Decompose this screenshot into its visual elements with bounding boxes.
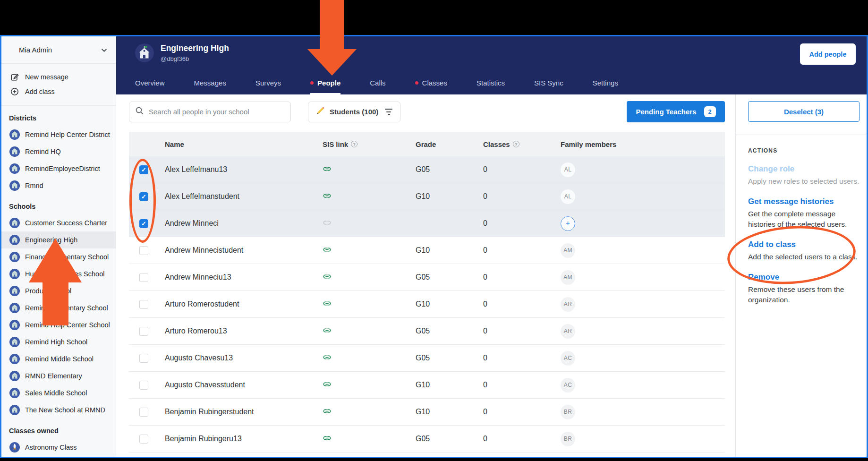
pending-count-badge: 2	[704, 106, 716, 117]
table-row[interactable]: Arturo Romerostudent G10 0 AR	[129, 291, 725, 318]
search-box[interactable]	[129, 102, 291, 122]
school-icon	[9, 320, 20, 330]
table-row[interactable]: Andrew Minneciu13 G05 0 AM	[129, 264, 725, 291]
chevron-down-icon	[101, 46, 107, 54]
sidebar-item-remind-help-center-school[interactable]: Remind Help Center School	[1, 316, 116, 333]
table-row[interactable]: ✓ Andrew Minneci 0 +	[129, 210, 725, 237]
row-checkbox[interactable]	[139, 300, 148, 309]
row-checkbox[interactable]	[139, 327, 148, 336]
panel-action-remove: Remove Remove these users from the organ…	[748, 273, 859, 305]
help-icon[interactable]: ?	[351, 141, 357, 147]
role-filter-label: Students (100)	[330, 108, 378, 116]
add-people-button[interactable]: Add people	[800, 43, 856, 65]
row-checkbox[interactable]	[139, 246, 148, 255]
deselect-button[interactable]: Deselect (3)	[748, 101, 859, 122]
row-checkbox[interactable]	[139, 354, 148, 363]
add-family-member-button[interactable]: +	[561, 216, 575, 231]
app-window: Mia Admin New message Add class District…	[0, 35, 868, 458]
row-checkbox[interactable]	[139, 273, 148, 282]
sidebar-item-finance-elementary-school[interactable]: Finance Elementary School	[1, 248, 116, 265]
family-member-avatar: AC	[561, 351, 575, 366]
table-row[interactable]: Augusto Chavesstudent G10 0 AC	[129, 372, 725, 399]
grade-value: G05	[416, 327, 483, 335]
sidebar-item-remind-elementary-school[interactable]: Remind Elementary School	[1, 299, 116, 316]
tab-people[interactable]: People	[310, 79, 340, 94]
tab-overview[interactable]: Overview	[135, 79, 165, 94]
row-checkbox[interactable]	[139, 381, 148, 390]
row-checkbox[interactable]	[139, 408, 148, 417]
account-switcher[interactable]: Mia Admin	[1, 36, 116, 64]
grade-value: G10	[416, 300, 483, 308]
classes-count: 0	[483, 165, 561, 174]
sidebar-item-sales-middle-school[interactable]: Sales Middle School	[1, 384, 116, 401]
notification-dot	[415, 81, 418, 85]
account-name: Mia Admin	[19, 46, 101, 54]
panel-action-description: Remove these users from the organization…	[748, 284, 859, 305]
help-icon[interactable]: ?	[513, 141, 519, 147]
sidebar-item-remind-high-school[interactable]: Remind High School	[1, 333, 116, 350]
column-header-family-members: Family members	[561, 140, 725, 148]
pencil-icon	[316, 106, 325, 117]
panel-action-link-add-to-class[interactable]: Add to class	[748, 240, 859, 249]
family-member-avatar: AL	[561, 189, 575, 204]
grade-value: G10	[416, 246, 483, 255]
table-row[interactable]: Benjamin Rubingerstudent G10 0 BR	[129, 399, 725, 426]
sidebar-item-remind-hq[interactable]: Remind HQ	[1, 143, 116, 160]
person-name: Arturo Romerou13	[165, 327, 323, 335]
family-member-avatar: AC	[561, 378, 575, 393]
sis-linked-icon	[323, 380, 416, 391]
column-header-classes: Classes?	[483, 140, 561, 148]
table-row[interactable]: Augusto Chavesu13 G05 0 AC	[129, 345, 725, 372]
person-name: Andrew Minneci	[165, 219, 323, 228]
sidebar-action-add-class[interactable]: Add class	[1, 84, 116, 99]
tab-sis-sync[interactable]: SIS Sync	[534, 79, 563, 94]
row-checkbox[interactable]	[139, 435, 148, 444]
tab-classes[interactable]: Classes	[415, 79, 447, 94]
person-name: Augusto Chavesstudent	[165, 381, 323, 389]
row-checkbox[interactable]: ✓	[139, 219, 148, 228]
panel-action-add-to-class: Add to class Add the selected users to a…	[748, 240, 859, 262]
person-name: Andrew Minneciu13	[165, 273, 323, 282]
sidebar-section-title: Classes owned	[1, 423, 116, 439]
sidebar-item-astronomy-class[interactable]: Astronomy Class	[1, 439, 116, 456]
tab-bar: Overview Messages Surveys People Calls C…	[135, 79, 618, 94]
table-row[interactable]: Benjamin Rubingeru13 G05 0 BR	[129, 426, 725, 452]
tab-statistics[interactable]: Statistics	[477, 79, 505, 94]
tab-messages[interactable]: Messages	[194, 79, 226, 94]
school-icon	[9, 269, 20, 279]
panel-action-link-change-role[interactable]: Change role	[748, 164, 859, 174]
classes-count: 0	[483, 219, 561, 228]
role-filter-dropdown[interactable]: Students (100)	[308, 102, 400, 122]
district-icon	[9, 146, 20, 157]
sidebar-item-remind-help-center-district[interactable]: Remind Help Center District	[1, 126, 116, 143]
sidebar-item-product-school[interactable]: Product School	[1, 282, 116, 299]
panel-action-link-remove[interactable]: Remove	[748, 273, 859, 282]
sidebar-item-rmnd-elementary[interactable]: RMND Elementary	[1, 367, 116, 384]
sidebar-item-human-resources-school[interactable]: Human Resources School	[1, 265, 116, 282]
table-row[interactable]: ✓ Alex Leffelmanstudent G10 0 AL	[129, 183, 725, 210]
table-row[interactable]: Arturo Romerou13 G05 0 AR	[129, 318, 725, 345]
actions-title: ACTIONS	[748, 147, 859, 154]
row-checkbox[interactable]: ✓	[139, 192, 148, 201]
tab-calls[interactable]: Calls	[370, 79, 385, 94]
table-row[interactable]: Andrew Minnecistudent G10 0 AM	[129, 237, 725, 264]
sidebar-item-engineering-high[interactable]: Engineering High	[1, 231, 116, 248]
pending-teachers-button[interactable]: Pending Teachers 2	[627, 101, 725, 122]
sidebar-action-new-message[interactable]: New message	[1, 69, 116, 84]
sidebar-item-remind-middle-school[interactable]: Remind Middle School	[1, 350, 116, 367]
table-row[interactable]: ✓ Alex Leffelmanu13 G05 0 AL	[129, 156, 725, 183]
sidebar-item-customer-success-charter[interactable]: Customer Success Charter	[1, 214, 116, 231]
tab-settings[interactable]: Settings	[593, 79, 618, 94]
compose-icon	[9, 73, 20, 81]
family-member-avatar: AM	[561, 270, 575, 285]
search-input[interactable]	[149, 108, 285, 116]
district-icon	[9, 163, 20, 174]
sis-linked-icon	[323, 434, 416, 444]
sidebar-item-remindemployeedistrict[interactable]: RemindEmployeeDistrict	[1, 160, 116, 177]
panel-action-link-get-message-histories[interactable]: Get message histories	[748, 197, 859, 206]
tab-surveys[interactable]: Surveys	[255, 79, 281, 94]
panel-action-description: Add the selected users to a class.	[748, 252, 859, 262]
sidebar-item-the-new-school-at-rmnd[interactable]: The New School at RMND	[1, 401, 116, 418]
sidebar-item-rmnd[interactable]: Rmnd	[1, 177, 116, 194]
row-checkbox[interactable]: ✓	[139, 165, 148, 174]
